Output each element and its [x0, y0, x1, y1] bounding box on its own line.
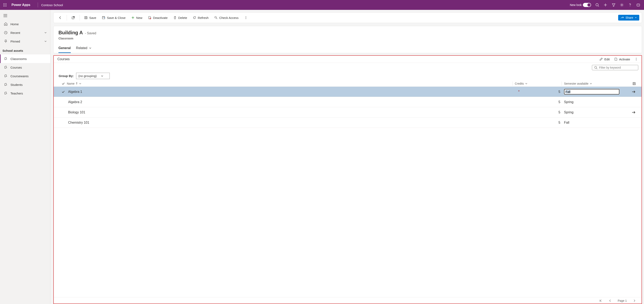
- semester-input[interactable]: [564, 89, 620, 94]
- new-button[interactable]: New: [129, 15, 145, 21]
- nav-recent-label: Recent: [10, 31, 20, 35]
- nav-coursewares-label: Coursewares: [10, 74, 28, 78]
- filter-keyword-input[interactable]: [592, 65, 638, 70]
- select-all-checkbox[interactable]: [60, 82, 67, 85]
- tab-related[interactable]: Related: [76, 45, 92, 53]
- cell-name[interactable]: Algebra 2: [67, 100, 515, 104]
- table-row[interactable]: Algebra 25Spring: [54, 97, 642, 107]
- nav-pinned[interactable]: Pinned: [0, 37, 50, 46]
- gear-icon[interactable]: [618, 0, 626, 10]
- first-page-icon[interactable]: [599, 299, 602, 302]
- nav-pinned-label: Pinned: [10, 40, 20, 43]
- page-label: Page 1: [618, 299, 627, 302]
- check-access-button[interactable]: Check Access: [212, 15, 241, 21]
- column-header-semester[interactable]: Semester available: [564, 82, 626, 85]
- save-icon[interactable]: [632, 82, 636, 85]
- svg-point-30: [246, 18, 246, 18]
- col-sem-label: Semester available: [564, 82, 588, 85]
- nav-recent[interactable]: Recent: [0, 28, 50, 37]
- courses-subgrid: Courses Edit Activate: [53, 55, 642, 304]
- table-row[interactable]: Chemistry 1015Fall: [54, 117, 642, 128]
- filter-input-field[interactable]: [599, 66, 636, 69]
- popout-icon: [71, 16, 75, 20]
- svg-point-9: [596, 4, 598, 6]
- cell-semester[interactable]: Spring: [564, 110, 626, 114]
- open-new-window-button[interactable]: [69, 15, 78, 21]
- sort-asc-icon: [76, 82, 78, 85]
- share-icon: [620, 16, 624, 19]
- cell-semester[interactable]: Spring: [564, 100, 626, 104]
- assistant-icon[interactable]: [634, 0, 642, 10]
- tab-general[interactable]: General: [58, 45, 71, 53]
- chevron-down-icon: [44, 31, 47, 34]
- nav-students[interactable]: Students: [0, 80, 50, 89]
- hamburger-icon[interactable]: [0, 12, 10, 20]
- cell-name[interactable]: Chemistry 101: [67, 121, 515, 124]
- new-look-toggle[interactable]: New look: [568, 0, 593, 10]
- cell-credits[interactable]: 5: [523, 100, 564, 104]
- new-label: New: [136, 16, 142, 20]
- nav-teachers-label: Teachers: [10, 92, 23, 95]
- row-checkbox[interactable]: [60, 90, 67, 93]
- svg-point-35: [594, 66, 596, 68]
- search-icon: [594, 66, 598, 69]
- help-icon[interactable]: [626, 0, 634, 10]
- subgrid-overflow-button[interactable]: [634, 58, 638, 61]
- sidebar: Home Recent Pinned School assets Classro…: [0, 10, 50, 304]
- nav-home[interactable]: Home: [0, 20, 50, 28]
- column-header-name[interactable]: Name: [67, 82, 515, 85]
- subgrid-edit-button[interactable]: Edit: [600, 58, 610, 61]
- filter-icon[interactable]: [610, 0, 618, 10]
- cell-name[interactable]: Algebra 1: [67, 90, 515, 94]
- column-header-credits[interactable]: Credits: [515, 82, 564, 85]
- prev-page-icon[interactable]: [608, 299, 612, 302]
- subgrid-activate-button[interactable]: Activate: [614, 58, 630, 61]
- refresh-button[interactable]: Refresh: [190, 15, 211, 21]
- nav-teachers[interactable]: Teachers: [0, 89, 50, 98]
- nav-classrooms[interactable]: Classrooms: [0, 54, 50, 63]
- delete-button[interactable]: Delete: [171, 15, 190, 21]
- nav-coursewares[interactable]: Coursewares: [0, 72, 50, 80]
- save-icon: [84, 16, 88, 19]
- record-entity-name: Classroom: [58, 37, 637, 40]
- trash-icon: [173, 16, 176, 19]
- toggle-track: [583, 3, 591, 7]
- svg-point-27: [215, 17, 216, 18]
- overflow-button[interactable]: [242, 15, 250, 21]
- cell-credits[interactable]: 5: [523, 121, 564, 124]
- tab-related-label: Related: [76, 46, 87, 50]
- nav-students-label: Students: [10, 83, 22, 86]
- next-page-icon[interactable]: [633, 299, 636, 302]
- groupby-value: (no grouping): [78, 74, 96, 78]
- key-search-icon: [214, 16, 218, 19]
- groupby-dropdown[interactable]: (no grouping): [76, 73, 110, 79]
- chevron-down-icon: [635, 17, 637, 19]
- nav-courses[interactable]: Courses: [0, 63, 50, 72]
- row-navigate-button[interactable]: [626, 90, 636, 93]
- svg-point-6: [3, 6, 4, 6]
- save-close-button[interactable]: Save & Close: [100, 15, 128, 21]
- toggle-knob: [588, 3, 591, 7]
- cell-name[interactable]: Biology 101: [67, 110, 515, 114]
- app-launcher-icon[interactable]: [2, 2, 8, 8]
- svg-point-5: [6, 5, 6, 5]
- cell-credits[interactable]: 5: [523, 90, 564, 94]
- nav-courses-label: Courses: [10, 66, 22, 69]
- deactivate-button[interactable]: Deactivate: [146, 15, 170, 21]
- search-icon[interactable]: [593, 0, 601, 10]
- svg-point-3: [3, 5, 4, 5]
- back-button[interactable]: [56, 15, 64, 21]
- svg-point-14: [630, 6, 630, 6]
- share-button[interactable]: Share: [618, 15, 639, 21]
- clock-icon: [4, 31, 8, 35]
- cell-semester[interactable]: [564, 89, 626, 94]
- cell-credits[interactable]: 5: [523, 110, 564, 114]
- svg-point-29: [246, 17, 246, 17]
- table-row[interactable]: Biology 1015Spring: [54, 107, 642, 117]
- svg-line-28: [216, 18, 217, 19]
- add-icon[interactable]: [601, 0, 610, 10]
- cell-semester[interactable]: Fall: [564, 121, 626, 124]
- save-button[interactable]: Save: [82, 15, 99, 21]
- row-navigate-button[interactable]: [626, 111, 636, 114]
- table-row[interactable]: Algebra 1*5: [54, 87, 642, 97]
